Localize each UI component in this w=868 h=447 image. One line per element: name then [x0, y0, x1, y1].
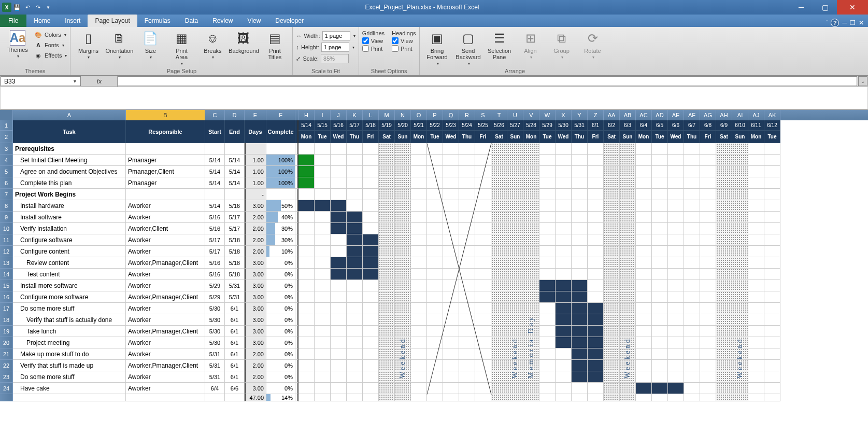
- gantt-cell[interactable]: [475, 280, 491, 291]
- row-header[interactable]: 20: [0, 337, 13, 348]
- gantt-cell[interactable]: [411, 223, 427, 234]
- gantt-cell[interactable]: [652, 234, 668, 246]
- column-header[interactable]: M: [379, 110, 395, 120]
- gantt-cell[interactable]: [716, 155, 732, 166]
- gantt-cell[interactable]: [764, 189, 780, 200]
- start-cell[interactable]: 5/29: [205, 280, 225, 291]
- gantt-cell[interactable]: [572, 383, 588, 394]
- gantt-cell[interactable]: [652, 177, 668, 189]
- gantt-cell[interactable]: [556, 212, 572, 223]
- gantt-cell[interactable]: [379, 291, 395, 303]
- gantt-cell[interactable]: [556, 200, 572, 212]
- days-cell[interactable]: 3.00: [245, 337, 266, 348]
- gantt-cell[interactable]: [395, 314, 411, 326]
- task-cell[interactable]: Have cake: [13, 383, 126, 394]
- gantt-cell[interactable]: [459, 280, 475, 291]
- gantt-cell[interactable]: [684, 223, 700, 234]
- gantt-cell[interactable]: [764, 246, 780, 257]
- gantt-cell[interactable]: [700, 394, 716, 401]
- gantt-cell[interactable]: [684, 348, 700, 360]
- gantt-cell[interactable]: [315, 280, 331, 291]
- gridlines-print-checkbox[interactable]: Print: [362, 45, 385, 52]
- gantt-cell[interactable]: [620, 212, 636, 223]
- gantt-cell[interactable]: [700, 177, 716, 189]
- row-header[interactable]: 13: [0, 257, 13, 269]
- gantt-cell[interactable]: [748, 166, 764, 177]
- gantt-cell[interactable]: [636, 371, 652, 383]
- start-cell[interactable]: 5/17: [205, 234, 225, 246]
- maximize-button[interactable]: ▢: [813, 0, 837, 15]
- gantt-cell[interactable]: [331, 234, 347, 246]
- gantt-cell[interactable]: [684, 371, 700, 383]
- gantt-cell[interactable]: [604, 143, 620, 155]
- gantt-cell[interactable]: [491, 280, 507, 291]
- gantt-cell[interactable]: [443, 189, 459, 200]
- gantt-cell[interactable]: [588, 394, 604, 401]
- gantt-cell[interactable]: [684, 303, 700, 314]
- gantt-cell[interactable]: [331, 303, 347, 314]
- gantt-cell[interactable]: [395, 189, 411, 200]
- gantt-cell[interactable]: [572, 189, 588, 200]
- formula-input[interactable]: [118, 76, 857, 86]
- gantt-cell[interactable]: [363, 291, 379, 303]
- gantt-cell[interactable]: [636, 269, 652, 280]
- minimize-button[interactable]: ─: [789, 0, 813, 15]
- task-cell[interactable]: Agree on and document Objectives: [13, 166, 126, 177]
- gantt-cell[interactable]: [443, 246, 459, 257]
- column-header[interactable]: X: [556, 110, 572, 120]
- gantt-cell[interactable]: [298, 303, 315, 314]
- responsible-cell[interactable]: Aworker: [126, 269, 205, 280]
- gantt-cell[interactable]: [604, 155, 620, 166]
- height-input[interactable]: [321, 43, 349, 52]
- gantt-cell[interactable]: [507, 303, 523, 314]
- gantt-cell[interactable]: [491, 303, 507, 314]
- gantt-cell[interactable]: [684, 291, 700, 303]
- column-header[interactable]: AD: [652, 110, 668, 120]
- gantt-cell[interactable]: [652, 200, 668, 212]
- gantt-cell[interactable]: [636, 360, 652, 371]
- gantt-cell[interactable]: [620, 348, 636, 360]
- gantt-cell[interactable]: [652, 326, 668, 337]
- gantt-cell[interactable]: [379, 360, 395, 371]
- gantt-cell[interactable]: [684, 189, 700, 200]
- gantt-cell[interactable]: [331, 383, 347, 394]
- gantt-cell[interactable]: [668, 155, 684, 166]
- gantt-cell[interactable]: [572, 212, 588, 223]
- gantt-cell[interactable]: [556, 257, 572, 269]
- gantt-cell[interactable]: [363, 394, 379, 401]
- gantt-cell[interactable]: [363, 177, 379, 189]
- gantt-cell[interactable]: [347, 348, 363, 360]
- gantt-cell[interactable]: [363, 143, 379, 155]
- days-cell[interactable]: [245, 143, 266, 155]
- start-cell[interactable]: 5/14: [205, 155, 225, 166]
- column-header[interactable]: L: [363, 110, 379, 120]
- gantt-cell[interactable]: [588, 246, 604, 257]
- gantt-cell[interactable]: [523, 155, 539, 166]
- gantt-cell[interactable]: [347, 257, 363, 269]
- gantt-cell[interactable]: [427, 291, 443, 303]
- colors-button[interactable]: 🎨Colors▾: [34, 30, 67, 39]
- gantt-cell[interactable]: [636, 223, 652, 234]
- gantt-cell[interactable]: [507, 326, 523, 337]
- gantt-cell[interactable]: [331, 246, 347, 257]
- gantt-cell[interactable]: [331, 394, 347, 401]
- gantt-cell[interactable]: [668, 348, 684, 360]
- gantt-cell[interactable]: [700, 269, 716, 280]
- gantt-cell[interactable]: [748, 177, 764, 189]
- gantt-cell[interactable]: [347, 177, 363, 189]
- gantt-cell[interactable]: [315, 303, 331, 314]
- complete-cell[interactable]: 10%: [266, 246, 295, 257]
- gantt-cell[interactable]: [459, 223, 475, 234]
- gantt-cell[interactable]: [572, 394, 588, 401]
- gantt-cell[interactable]: [764, 394, 780, 401]
- gantt-cell[interactable]: [748, 189, 764, 200]
- gantt-cell[interactable]: [764, 234, 780, 246]
- gantt-cell[interactable]: [588, 326, 604, 337]
- start-cell[interactable]: 5/14: [205, 177, 225, 189]
- days-cell[interactable]: 3.00: [245, 200, 266, 212]
- gantt-cell[interactable]: [620, 177, 636, 189]
- gantt-cell[interactable]: [539, 223, 556, 234]
- gantt-cell[interactable]: [315, 143, 331, 155]
- days-cell[interactable]: 2.00: [245, 371, 266, 383]
- gantt-cell[interactable]: [588, 337, 604, 348]
